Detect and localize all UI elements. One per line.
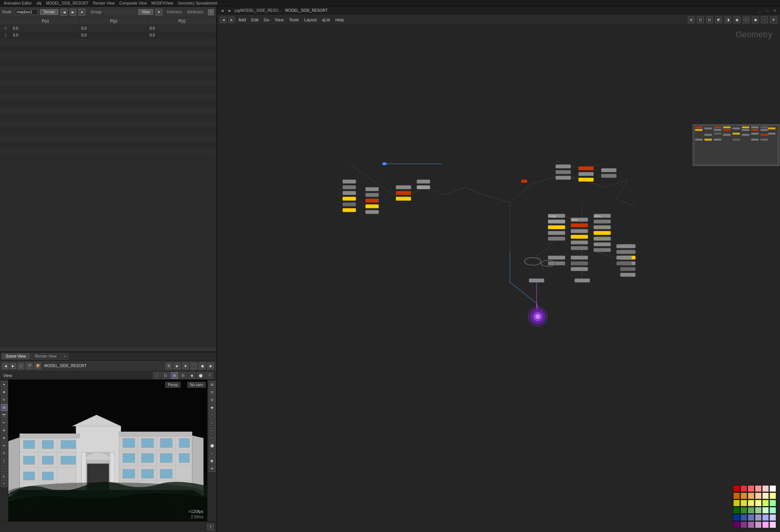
node[interactable] [575, 279, 590, 283]
node[interactable] [620, 273, 636, 277]
view-icon-2[interactable]: ⊡ [162, 372, 169, 379]
rmb-forward[interactable]: ▶ [229, 17, 235, 23]
color-swatch[interactable] [755, 485, 762, 492]
group-value[interactable] [105, 11, 134, 13]
color-swatch[interactable] [755, 500, 762, 506]
view-icon-3[interactable]: ⊞ [171, 372, 178, 379]
topbar-geo-spreadsheet[interactable]: Geometry Spreadsheet [176, 1, 219, 5]
rmb-icon-8[interactable]: ◼ [752, 16, 759, 23]
node[interactable] [365, 187, 379, 191]
node[interactable] [571, 267, 588, 271]
view-icon-1[interactable]: □ [153, 372, 161, 379]
rotate-tool[interactable]: ↻ [1, 396, 8, 403]
node[interactable] [343, 203, 356, 206]
node-red[interactable] [365, 199, 379, 203]
rmb-icon-7[interactable]: ⬛ [743, 16, 750, 23]
color-swatch[interactable] [755, 492, 762, 499]
vrt-icon-3[interactable]: ⊟ [209, 396, 216, 403]
scale-tool[interactable]: ⊞ [1, 404, 8, 411]
row-1-py[interactable]: 0.0 [80, 33, 148, 37]
vrt-icon-4[interactable]: ◉ [209, 404, 216, 411]
rtb-minimize[interactable]: _ [757, 8, 762, 13]
node-yellow[interactable] [343, 197, 356, 201]
rmb-icon-6[interactable]: ▣ [734, 16, 740, 23]
scene-view-tab[interactable]: Scene View [2, 353, 30, 359]
node[interactable] [365, 193, 379, 197]
bottom-toolbar-icon[interactable]: T [207, 524, 214, 530]
node[interactable] [343, 191, 356, 195]
menu-add[interactable]: Add [237, 17, 248, 23]
topbar-model[interactable]: MODEL_SIDE_RESORT [44, 1, 91, 5]
snap-tool[interactable]: ⊗ [1, 435, 8, 441]
color-swatch[interactable] [755, 507, 762, 514]
rmb-icon-5[interactable]: ◨ [724, 16, 731, 23]
node[interactable] [548, 231, 565, 235]
move-tool[interactable]: ✥ [1, 389, 8, 396]
node[interactable] [594, 243, 611, 246]
row-1-pz[interactable]: 0.0 [148, 33, 216, 37]
ss-icon-right[interactable]: ▶ [70, 9, 77, 16]
color-swatch[interactable] [733, 500, 740, 506]
node[interactable] [601, 174, 617, 178]
node-yellow[interactable] [579, 178, 594, 182]
rtb-forward[interactable]: ▶ [227, 8, 232, 13]
node[interactable] [617, 256, 632, 260]
color-swatch[interactable] [748, 514, 754, 521]
color-swatch[interactable] [733, 514, 740, 521]
color-swatch[interactable] [769, 492, 776, 499]
color-swatch[interactable] [740, 521, 747, 528]
color-swatch[interactable] [762, 507, 769, 514]
color-swatch[interactable] [733, 521, 740, 528]
color-swatch[interactable] [740, 492, 747, 499]
node-graph[interactable]: Geometry [217, 25, 780, 532]
add-tab-button[interactable]: + [62, 353, 69, 360]
color-swatch[interactable] [740, 485, 747, 492]
node[interactable] [529, 279, 544, 283]
color-swatch[interactable] [769, 507, 776, 514]
rmb-icon-10[interactable]: ⚙ [770, 16, 777, 23]
menu-edit[interactable]: Edit [250, 17, 260, 23]
color-swatch[interactable] [762, 521, 769, 528]
node[interactable] [548, 220, 565, 224]
camera-tool[interactable]: 📷 [1, 412, 8, 419]
topbar-modfx[interactable]: MODFXView [149, 1, 176, 5]
view-icon-6[interactable]: ⬤ [197, 372, 205, 379]
menu-qlib[interactable]: qLib [321, 17, 332, 23]
vt-icon-6[interactable]: ◉ [207, 363, 214, 369]
node-red[interactable] [396, 191, 411, 195]
color-swatch[interactable] [748, 492, 754, 499]
color-swatch[interactable] [769, 485, 776, 492]
scene-icon[interactable]: 🎬 [26, 363, 33, 369]
bone-tool[interactable]: ) [1, 457, 8, 464]
color-swatch[interactable] [755, 514, 762, 521]
vrt-icon-1[interactable]: ⊞ [209, 381, 216, 388]
node[interactable] [601, 168, 617, 172]
color-swatch[interactable] [733, 507, 740, 514]
particle-tool[interactable]: · [1, 465, 8, 472]
extra-tool[interactable]: + [1, 480, 8, 487]
row-1-px[interactable]: 0.0 [11, 33, 80, 37]
node[interactable] [556, 165, 571, 168]
color-swatch[interactable] [748, 500, 754, 506]
node-yellow[interactable] [594, 231, 611, 235]
topbar-render-view[interactable]: Render View [91, 1, 117, 5]
terrain-button[interactable]: Terrain [40, 9, 59, 15]
node-yellow[interactable] [548, 225, 565, 229]
node-red[interactable] [571, 224, 588, 227]
table-row[interactable]: 1 0.0 0.0 0.0 [0, 32, 216, 39]
vrt-icon-8[interactable]: → [209, 435, 216, 441]
row-0-pz[interactable]: 0.0 [148, 26, 216, 30]
node[interactable] [571, 229, 588, 233]
vt-icon-4[interactable]: ⬛ [190, 363, 197, 369]
rmb-back[interactable]: ◀ [220, 17, 226, 23]
node-red[interactable] [521, 180, 527, 183]
rmb-icon-1[interactable]: ⊞ [688, 16, 695, 23]
row-0-py[interactable]: 0.0 [80, 26, 148, 30]
paint-tool[interactable]: ✏ [1, 419, 8, 426]
rmb-icon-4[interactable]: ◩ [715, 16, 722, 23]
node-red[interactable] [579, 166, 594, 170]
node[interactable] [571, 246, 588, 250]
color-swatch[interactable] [748, 521, 754, 528]
menu-layout[interactable]: Layout [303, 17, 318, 23]
vt-icon-2[interactable]: ▶ [174, 363, 181, 369]
